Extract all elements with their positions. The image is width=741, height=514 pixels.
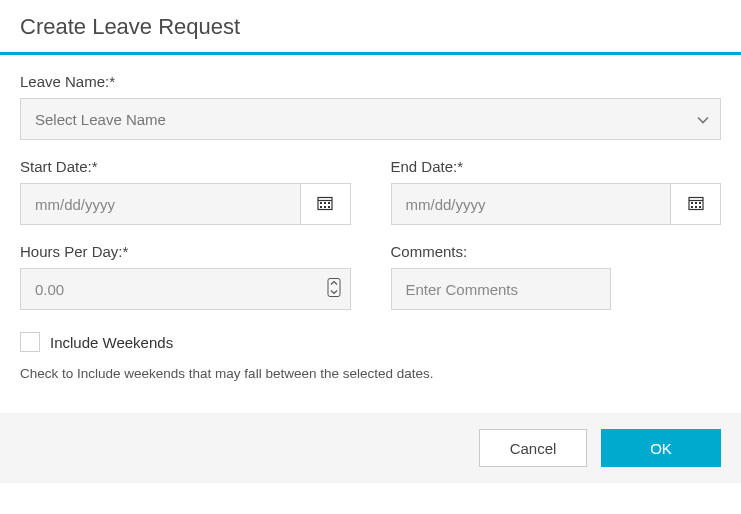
svg-rect-6 [324, 206, 326, 208]
leave-name-label: Leave Name:* [20, 73, 721, 90]
hours-col: Hours Per Day:* [20, 225, 351, 310]
start-date-group [20, 183, 351, 225]
create-leave-request-dialog: Create Leave Request Leave Name:* Select… [0, 0, 741, 483]
comments-col: Comments: [391, 225, 722, 310]
include-weekends-row: Include Weekends [20, 332, 721, 352]
end-date-col: End Date:* [391, 140, 722, 225]
start-date-label: Start Date:* [20, 158, 351, 175]
leave-name-select-wrap: Select Leave Name [20, 98, 721, 140]
svg-rect-14 [695, 206, 697, 208]
dialog-footer: Cancel OK [0, 413, 741, 483]
svg-rect-4 [328, 202, 330, 204]
hours-per-day-input[interactable] [20, 268, 351, 310]
include-weekends-helper: Check to Include weekends that may fall … [20, 366, 721, 381]
end-date-input[interactable] [391, 183, 672, 225]
calendar-icon [317, 195, 333, 214]
date-row: Start Date:* End Date:* [20, 140, 721, 225]
end-date-group [391, 183, 722, 225]
include-weekends-checkbox[interactable] [20, 332, 40, 352]
hours-per-day-wrap [20, 268, 351, 310]
svg-rect-7 [328, 206, 330, 208]
svg-rect-5 [320, 206, 322, 208]
svg-rect-15 [699, 206, 701, 208]
hours-comments-row: Hours Per Day:* Comments: [20, 225, 721, 310]
svg-rect-10 [691, 202, 693, 204]
dialog-body: Leave Name:* Select Leave Name Start Dat… [0, 55, 741, 413]
cancel-button[interactable]: Cancel [479, 429, 587, 467]
svg-rect-13 [691, 206, 693, 208]
svg-rect-11 [695, 202, 697, 204]
end-date-picker-button[interactable] [671, 183, 721, 225]
comments-input[interactable] [391, 268, 611, 310]
dialog-title: Create Leave Request [20, 14, 721, 40]
start-date-col: Start Date:* [20, 140, 351, 225]
comments-label: Comments: [391, 243, 722, 260]
ok-button[interactable]: OK [601, 429, 721, 467]
leave-name-select[interactable]: Select Leave Name [20, 98, 721, 140]
start-date-input[interactable] [20, 183, 301, 225]
hours-per-day-label: Hours Per Day:* [20, 243, 351, 260]
svg-rect-12 [699, 202, 701, 204]
dialog-header: Create Leave Request [0, 0, 741, 55]
include-weekends-label: Include Weekends [50, 334, 173, 351]
svg-rect-2 [320, 202, 322, 204]
calendar-icon [688, 195, 704, 214]
start-date-picker-button[interactable] [301, 183, 351, 225]
end-date-label: End Date:* [391, 158, 722, 175]
svg-rect-3 [324, 202, 326, 204]
